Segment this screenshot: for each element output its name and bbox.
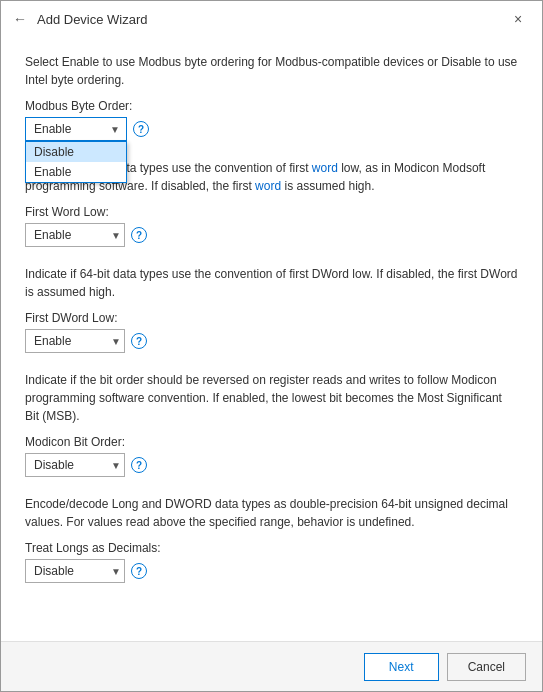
cancel-button[interactable]: Cancel: [447, 653, 526, 681]
first-dword-low-label: First DWord Low:: [25, 311, 518, 325]
first-word-low-row: Enable Disable ▼ ?: [25, 223, 518, 247]
word-link1: word: [312, 161, 338, 175]
modicon-bit-order-section: Indicate if the bit order should be reve…: [25, 371, 518, 477]
modbus-byte-order-help-icon[interactable]: ?: [133, 121, 149, 137]
modbus-option-disable[interactable]: Disable: [26, 142, 126, 162]
close-button[interactable]: ×: [506, 7, 530, 31]
first-dword-low-select[interactable]: Enable Disable: [25, 329, 125, 353]
title-bar: ← Add Device Wizard ×: [1, 1, 542, 37]
wizard-content: Select Enable to use Modbus byte orderin…: [1, 37, 542, 641]
first-dword-low-section: Indicate if 64-bit data types use the co…: [25, 265, 518, 353]
treat-longs-row: Disable Enable ▼ ?: [25, 559, 518, 583]
modbus-byte-order-section: Select Enable to use Modbus byte orderin…: [25, 53, 518, 141]
first-word-low-select-wrapper: Enable Disable ▼: [25, 223, 125, 247]
modbus-byte-order-row: Enable ▼ Disable Enable ?: [25, 117, 518, 141]
modicon-bit-order-label: Modicon Bit Order:: [25, 435, 518, 449]
treat-longs-section: Encode/decode Long and DWORD data types …: [25, 495, 518, 583]
wizard-window: ← Add Device Wizard × Select Enable to u…: [0, 0, 543, 692]
first-word-low-label: First Word Low:: [25, 205, 518, 219]
title-bar-left: ← Add Device Wizard: [13, 11, 148, 27]
wizard-footer: Next Cancel: [1, 641, 542, 691]
modicon-bit-order-description: Indicate if the bit order should be reve…: [25, 371, 518, 425]
back-button[interactable]: ←: [13, 11, 27, 27]
modicon-bit-order-row: Disable Enable ▼ ?: [25, 453, 518, 477]
treat-longs-select-wrapper: Disable Enable ▼: [25, 559, 125, 583]
word-link2: word: [255, 179, 281, 193]
first-dword-low-description: Indicate if 64-bit data types use the co…: [25, 265, 518, 301]
first-dword-low-help-icon[interactable]: ?: [131, 333, 147, 349]
modbus-select-arrow: ▼: [110, 124, 120, 135]
first-word-low-select[interactable]: Enable Disable: [25, 223, 125, 247]
modicon-bit-order-select[interactable]: Disable Enable: [25, 453, 125, 477]
modbus-byte-order-dropdown-container: Enable ▼ Disable Enable: [25, 117, 127, 141]
treat-longs-help-icon[interactable]: ?: [131, 563, 147, 579]
next-button[interactable]: Next: [364, 653, 439, 681]
modicon-bit-order-select-wrapper: Disable Enable ▼: [25, 453, 125, 477]
modbus-byte-order-select[interactable]: Enable ▼: [25, 117, 127, 141]
treat-longs-description: Encode/decode Long and DWORD data types …: [25, 495, 518, 531]
modbus-byte-order-label: Modbus Byte Order:: [25, 99, 518, 113]
modbus-byte-order-description: Select Enable to use Modbus byte orderin…: [25, 53, 518, 89]
treat-longs-label: Treat Longs as Decimals:: [25, 541, 518, 555]
first-dword-low-row: Enable Disable ▼ ?: [25, 329, 518, 353]
first-dword-low-select-wrapper: Enable Disable ▼: [25, 329, 125, 353]
treat-longs-select[interactable]: Disable Enable: [25, 559, 125, 583]
first-word-low-help-icon[interactable]: ?: [131, 227, 147, 243]
window-title: Add Device Wizard: [37, 12, 148, 27]
modicon-bit-order-help-icon[interactable]: ?: [131, 457, 147, 473]
modbus-option-enable[interactable]: Enable: [26, 162, 126, 182]
modbus-byte-order-dropdown: Disable Enable: [25, 141, 127, 183]
modbus-select-value: Enable: [34, 122, 71, 136]
